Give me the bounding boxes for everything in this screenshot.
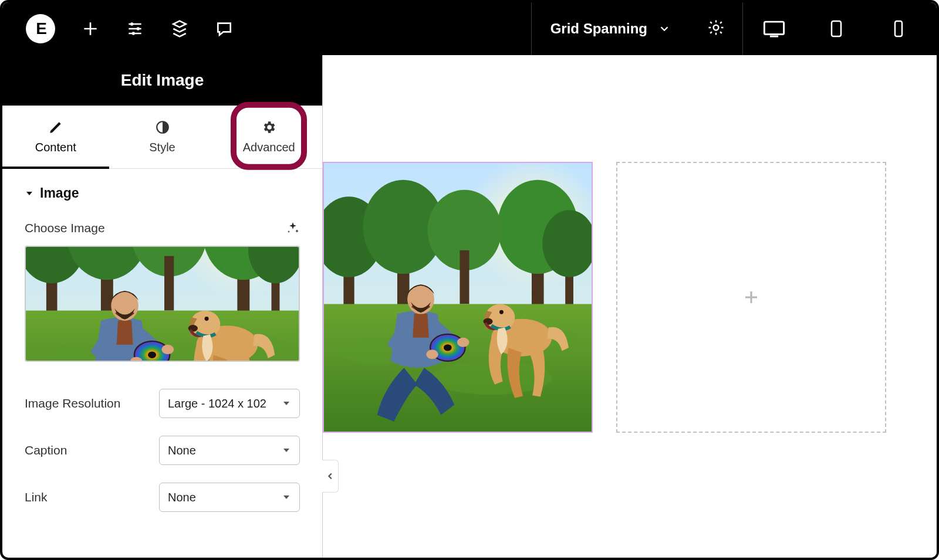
highlight-ring [231, 101, 307, 169]
mobile-icon [887, 20, 910, 38]
caption-label: Caption [25, 443, 67, 457]
gear-icon [261, 120, 276, 135]
svg-rect-29 [764, 22, 783, 34]
section-image-title: Image [40, 185, 79, 201]
sidebar-title: Edit Image [2, 55, 322, 106]
link-value: None [168, 491, 196, 504]
page-selector[interactable]: Grid Spanning [532, 21, 690, 37]
ai-generate-button[interactable] [286, 221, 300, 235]
caption-select[interactable]: None [159, 436, 300, 465]
responsive-mobile-button[interactable] [867, 2, 930, 55]
caret-down-icon [282, 446, 291, 455]
link-label: Link [25, 490, 48, 504]
chevron-down-icon [658, 22, 671, 35]
tab-content-label: Content [35, 141, 76, 154]
caret-down-icon [282, 399, 291, 408]
sparkle-icon [286, 221, 300, 235]
contrast-icon [155, 120, 170, 135]
caret-down-icon [25, 189, 34, 198]
choose-image-label: Choose Image [25, 221, 105, 235]
tab-advanced[interactable]: Advanced [215, 106, 322, 168]
section-image-toggle[interactable]: Image [25, 185, 300, 201]
sidebar-tabs: Content Style Advanced [2, 106, 322, 169]
svg-point-27 [132, 32, 135, 35]
desktop-icon [763, 20, 785, 38]
notes-button[interactable] [215, 19, 234, 38]
link-select[interactable]: None [159, 483, 300, 512]
responsive-tablet-button[interactable] [805, 2, 867, 55]
collapse-sidebar-button[interactable] [322, 460, 339, 493]
top-toolbar: E Grid Spanning [2, 2, 937, 55]
image-resolution-select[interactable]: Large - 1024 x 102 [159, 389, 300, 418]
svg-rect-31 [895, 21, 902, 36]
svg-point-28 [714, 25, 719, 30]
page-settings-button[interactable] [690, 19, 742, 39]
tab-advanced-label: Advanced [243, 141, 295, 154]
plus-icon [742, 289, 760, 306]
editor-canvas[interactable] [323, 55, 937, 558]
choose-image-thumbnail[interactable] [25, 246, 300, 362]
caret-down-icon [282, 493, 291, 502]
tablet-icon [825, 20, 847, 38]
tab-style[interactable]: Style [109, 106, 216, 168]
elementor-logo[interactable]: E [26, 14, 55, 43]
structure-button[interactable] [170, 19, 189, 38]
svg-rect-30 [832, 21, 841, 36]
chevron-left-icon [326, 472, 335, 480]
add-element-button[interactable] [81, 19, 100, 38]
tab-content[interactable]: Content [2, 106, 109, 168]
image-resolution-value: Large - 1024 x 102 [168, 397, 266, 410]
image-resolution-label: Image Resolution [25, 396, 120, 410]
editor-sidebar: Edit Image Content Style Advanced [2, 55, 323, 558]
responsive-desktop-button[interactable] [743, 2, 805, 55]
page-title: Grid Spanning [550, 21, 647, 37]
grid-cell-image[interactable] [323, 162, 593, 433]
site-settings-button[interactable] [126, 19, 144, 38]
gear-icon [707, 19, 725, 36]
grid-cell-empty-add[interactable] [616, 162, 886, 433]
svg-point-25 [130, 22, 133, 25]
svg-point-26 [137, 27, 140, 30]
pencil-icon [48, 120, 63, 135]
tab-style-label: Style [149, 141, 175, 154]
caption-value: None [168, 444, 196, 457]
